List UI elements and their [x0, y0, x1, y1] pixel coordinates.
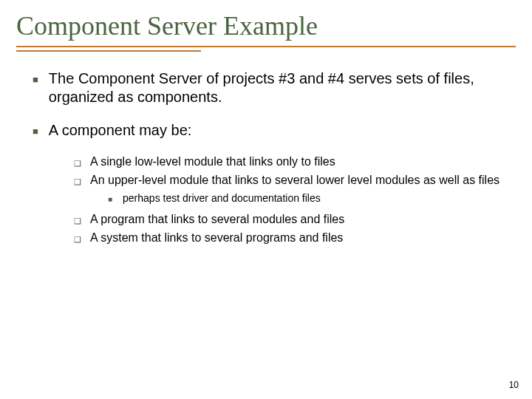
bullet-level1: ■ A component may be: [33, 121, 516, 140]
bullet-level2: ❑ An upper-level module that links to se… [74, 173, 516, 188]
bullet-text: A single low-level module that links onl… [90, 154, 335, 170]
bullet-text: A system that links to several programs … [90, 231, 343, 246]
hollow-square-bullet-icon: ❑ [74, 234, 81, 246]
bullet-text: A component may be: [49, 121, 191, 140]
bullet-level3: ■ perhaps test driver and documentation … [108, 191, 516, 205]
hollow-square-bullet-icon: ❑ [74, 177, 81, 188]
bullet-level1: ■ The Component Server of projects #3 an… [33, 69, 516, 106]
slide-title: Component Server Example [16, 10, 516, 41]
bullet-text: perhaps test driver and documentation fi… [123, 191, 321, 205]
title-underline [16, 46, 516, 53]
hollow-square-bullet-icon: ❑ [74, 158, 81, 170]
square-bullet-icon: ■ [33, 126, 38, 140]
bullet-text: A program that links to several modules … [90, 212, 344, 228]
bullet-text: The Component Server of projects #3 and … [49, 69, 516, 106]
bullet-level2: ❑ A program that links to several module… [74, 212, 516, 228]
bullet-text: An upper-level module that links to seve… [90, 173, 499, 188]
bullet-level2: ❑ A system that links to several program… [74, 231, 516, 246]
page-number: 10 [509, 380, 519, 390]
square-bullet-icon: ■ [108, 194, 112, 205]
slide: Component Server Example ■ The Component… [0, 0, 532, 399]
hollow-square-bullet-icon: ❑ [74, 216, 81, 228]
square-bullet-icon: ■ [33, 74, 38, 106]
bullet-level2: ❑ A single low-level module that links o… [74, 154, 516, 170]
